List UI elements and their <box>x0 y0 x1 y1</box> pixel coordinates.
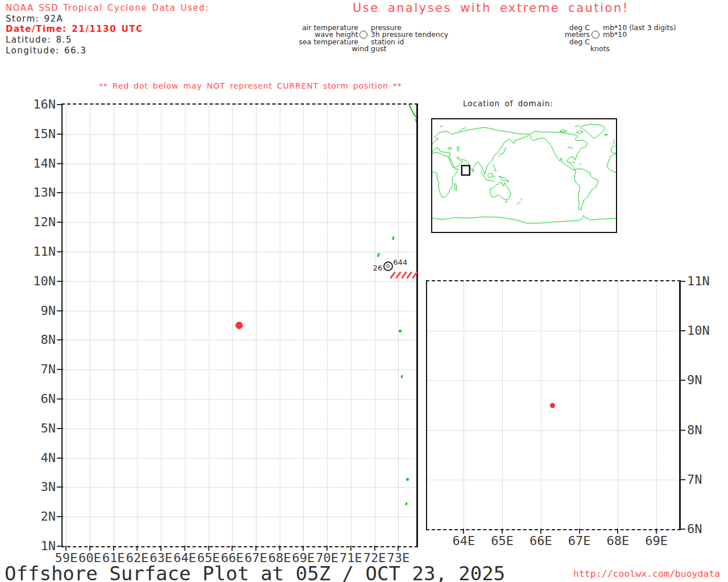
x-axis-tick <box>398 546 399 551</box>
storm-latitude: Latitude: 8.5 <box>6 35 209 45</box>
y-tick-label: 4N <box>23 451 56 465</box>
x-axis-tick <box>350 546 351 551</box>
y-tick-label: 8N <box>23 332 56 347</box>
storm-position-dot <box>550 403 555 408</box>
gridline-vertical <box>502 281 503 529</box>
offshore-surface-plot-page: NOAA SSD Tropical Cyclone Data Used: Sto… <box>0 0 728 582</box>
y-axis-tick <box>57 104 63 105</box>
gridline-horizontal <box>63 517 416 517</box>
y-tick-label: 11N <box>687 274 720 288</box>
storm-data-source: NOAA SSD Tropical Cyclone Data Used: <box>6 3 209 14</box>
storm-id: Storm: 92A <box>6 14 209 24</box>
y-axis-tick <box>57 546 63 547</box>
gridline-horizontal <box>427 430 679 431</box>
gridline-vertical <box>256 105 257 546</box>
y-axis-tick <box>57 516 63 517</box>
y-axis-tick <box>679 430 685 431</box>
storm-info-block: NOAA SSD Tropical Cyclone Data Used: Sto… <box>6 3 209 56</box>
y-tick-label: 10N <box>687 323 720 338</box>
y-axis-tick <box>57 487 63 488</box>
station-model-legend-right: pressure 3h pressure tendency station id <box>371 24 448 45</box>
gridline-horizontal <box>427 331 679 331</box>
gridline-vertical <box>398 105 399 546</box>
y-axis-tick <box>57 310 63 311</box>
gridline-vertical <box>114 105 114 546</box>
y-axis-tick <box>57 339 63 340</box>
x-axis-tick <box>303 546 304 551</box>
gridline-horizontal <box>427 380 679 381</box>
gridline-horizontal <box>63 222 416 223</box>
x-axis-tick <box>255 546 257 551</box>
gridline-vertical <box>303 105 304 546</box>
y-tick-label: 11N <box>23 244 56 259</box>
y-axis-tick <box>679 330 685 331</box>
y-tick-label: 8N <box>687 423 720 437</box>
y-tick-label: 9N <box>23 304 56 318</box>
world-map <box>431 118 617 233</box>
y-tick-label: 6N <box>23 392 56 406</box>
gridline-horizontal <box>63 311 416 311</box>
y-tick-label: 5N <box>23 421 56 435</box>
x-axis-tick <box>160 546 162 551</box>
gridline-vertical <box>351 105 351 546</box>
x-axis-tick <box>231 546 233 551</box>
gridline-vertical <box>375 105 375 546</box>
y-axis-tick <box>679 281 685 282</box>
x-axis-tick <box>279 546 280 551</box>
legend-sea-temperature: sea temperature <box>267 39 358 45</box>
gridline-vertical <box>618 281 618 529</box>
y-tick-label: 12N <box>23 215 56 229</box>
y-tick-label: 7N <box>23 362 56 376</box>
x-tick-label: 68E <box>601 534 635 548</box>
x-tick-label: 66E <box>524 534 558 548</box>
x-axis-tick <box>617 529 618 534</box>
gridline-horizontal <box>63 164 416 164</box>
source-url: http://coolwx.com/buoydata <box>573 568 720 579</box>
y-axis-tick <box>57 428 63 429</box>
x-tick-label: 64E <box>446 534 481 548</box>
gridline-vertical <box>541 281 541 529</box>
y-tick-label: 7N <box>687 472 720 487</box>
y-axis-tick <box>679 380 685 381</box>
x-tick-label: 67E <box>562 534 597 548</box>
gridline-horizontal <box>63 458 416 459</box>
units-legend-right: mb*10 (last 3 digits) mb*10 <box>603 24 676 39</box>
station-model-legend-left: air temperature wave height sea temperat… <box>267 24 358 45</box>
y-tick-label: 1N <box>23 539 56 553</box>
gridline-horizontal <box>63 193 416 193</box>
world-coastlines <box>432 119 616 232</box>
gridline-vertical <box>464 281 464 529</box>
gridline-vertical <box>232 105 233 546</box>
y-axis-tick <box>57 281 63 282</box>
y-tick-label: 9N <box>687 373 720 387</box>
gridline-horizontal <box>63 429 416 429</box>
storm-longitude: Longitude: 66.3 <box>6 45 209 56</box>
y-axis-tick <box>679 479 685 480</box>
gridline-vertical <box>66 105 67 546</box>
caution-banner: Use analyses with extreme caution! <box>353 1 629 15</box>
x-axis-tick <box>326 546 328 551</box>
storm-datetime: Date/Time: 21/1130 UTC <box>6 24 209 35</box>
gridline-horizontal <box>63 487 416 488</box>
x-axis-tick <box>65 546 67 551</box>
island-coastline-mark <box>399 330 402 332</box>
x-tick-label: 65E <box>485 534 519 548</box>
x-axis-tick <box>208 546 209 551</box>
x-axis-tick <box>656 529 657 534</box>
gridline-horizontal <box>63 281 416 282</box>
gridline-vertical <box>209 105 209 546</box>
y-tick-label: 10N <box>23 274 56 288</box>
units-wind-gust: knots <box>572 45 628 52</box>
y-axis-tick <box>57 163 63 164</box>
y-axis-tick <box>57 251 63 252</box>
units-sea-temp: deg C <box>512 39 590 45</box>
page-title: Offshore Surface Plot at 05Z / OCT 23, 2… <box>5 562 505 582</box>
domain-box <box>462 165 470 175</box>
island-coastline-mark <box>400 375 403 378</box>
y-axis-tick <box>57 192 63 193</box>
station-circle-icon <box>359 31 367 39</box>
gridline-vertical <box>161 105 162 546</box>
y-axis-tick <box>57 458 63 459</box>
x-axis-tick <box>502 529 503 534</box>
x-axis-tick <box>374 546 375 551</box>
